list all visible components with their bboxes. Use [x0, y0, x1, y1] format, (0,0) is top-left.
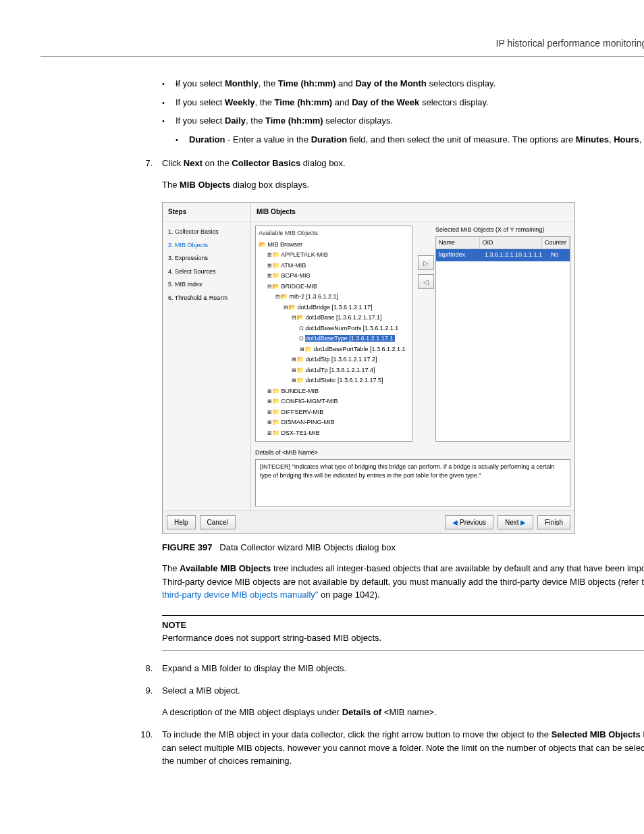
available-mib-tree[interactable]: Available MIB Objects 📂 MIB Browser ⊞📁 A…	[255, 226, 412, 442]
step-8: Expand a MIB folder to display the MIB o…	[155, 662, 644, 675]
expand-icon[interactable]: ⊞	[267, 429, 272, 438]
cancel-button[interactable]: Cancel	[200, 515, 236, 529]
collapse-icon[interactable]: ⊟	[283, 304, 288, 312]
bullet-daily: If you select Daily, the Time (hh:mm) se…	[162, 114, 644, 128]
col-oid: OID	[480, 237, 542, 250]
step-10: To include the MIB object in your data c…	[155, 728, 644, 768]
expand-icon[interactable]: ⊞	[291, 377, 296, 385]
paragraph-available-mib: The Available MIB Objects tree includes …	[162, 562, 644, 602]
folder-open-icon: 📂	[288, 304, 296, 311]
expand-icon[interactable]: ⊞	[267, 262, 272, 270]
bullet-weekly: If you select Weekly, the Time (hh:mm) a…	[162, 96, 644, 109]
expand-icon[interactable]: ⊞	[267, 388, 272, 396]
folder-open-icon: 📂	[280, 293, 288, 300]
selected-mib-table[interactable]: Name OID Counter lapIfIndex 1.3.6.1.2.1.…	[435, 236, 570, 442]
folder-icon: 📁	[296, 367, 304, 373]
folder-icon: 📁	[272, 409, 279, 415]
note-heading: NOTE	[162, 619, 644, 632]
expand-icon[interactable]: ⊞	[267, 251, 272, 259]
page-header: IP historical performance monitoring 35	[41, 27, 644, 57]
leaf-icon: Ω	[299, 325, 304, 332]
folder-icon: 📁	[296, 356, 304, 363]
wizard-step-1[interactable]: 1. Collector Basics	[168, 226, 245, 239]
folder-icon: 📁	[272, 398, 279, 405]
expand-icon[interactable]: ⊞	[267, 419, 272, 427]
col-counter: Counter	[542, 237, 570, 250]
move-right-button[interactable]: ▷	[418, 255, 434, 270]
folder-icon: 📁	[272, 419, 279, 425]
help-button[interactable]: Help	[167, 515, 196, 529]
wizard-step-4[interactable]: 4. Select Sources	[168, 265, 245, 279]
details-panel: [INTEGER] "Indicates what type of bridgi…	[255, 459, 570, 506]
wizard-step-6[interactable]: 6. Threshold & Rearm	[168, 292, 245, 305]
selected-mib-title: Selected MIB Objects (X of Y remaining)	[435, 226, 570, 235]
folder-icon: 📁	[272, 251, 279, 258]
expand-icon[interactable]: ⊞	[291, 356, 296, 364]
collapse-icon[interactable]: ⊟	[267, 283, 272, 291]
note-text: Performance does not support string-base…	[162, 631, 644, 651]
folder-icon: 📁	[272, 429, 279, 436]
expand-icon[interactable]: ⊞	[299, 346, 304, 354]
next-button[interactable]: Next ▶	[498, 515, 533, 529]
expand-icon[interactable]: ⊞	[267, 272, 272, 280]
expand-icon[interactable]: ⊞	[291, 367, 296, 375]
mib-objects-header: MIB Objects	[251, 203, 574, 221]
wizard-step-2[interactable]: 2. MIB Objects	[168, 239, 245, 253]
table-row[interactable]: lapIfIndex 1.3.6.1.2.1.10.1.1.1.1 No	[436, 249, 570, 261]
bullet-duration: Duration - Enter a value in the Duration…	[162, 133, 644, 147]
dialog-screenshot: Steps 1. Collector Basics 2. MIB Objects…	[162, 202, 575, 534]
folder-open-icon: 📂	[259, 241, 266, 248]
collapse-icon[interactable]: ⊟	[291, 314, 296, 322]
previous-button[interactable]: ◀ Previous	[445, 515, 493, 529]
header-title: IP historical performance monitoring	[496, 38, 644, 49]
details-title: Details of <MIB Name>	[255, 448, 570, 458]
folder-open-icon: 📂	[296, 314, 304, 321]
folder-icon: 📁	[304, 346, 312, 353]
folder-icon: 📁	[272, 272, 279, 279]
wizard-step-3[interactable]: 3. Expressions	[168, 252, 245, 265]
leaf-icon: Ω	[299, 335, 304, 342]
move-left-button[interactable]: ◁	[418, 274, 434, 289]
step-7: Click Next on the Collector Basics dialo…	[155, 157, 644, 651]
folder-icon: 📁	[272, 388, 279, 394]
folder-icon: 📁	[296, 377, 304, 384]
collapse-icon[interactable]: ⊟	[275, 293, 280, 301]
expand-icon[interactable]: ⊞	[267, 409, 272, 417]
finish-button[interactable]: Finish	[537, 515, 570, 529]
steps-header: Steps	[163, 203, 250, 221]
expand-icon[interactable]: ⊞	[267, 398, 272, 406]
figure-caption: FIGURE 397 Data Collector wizard MIB Obj…	[162, 541, 644, 554]
bullet-monthly: If you select Monthly, the Time (hh:mm) …	[162, 77, 644, 90]
step-9: Select a MIB object. A description of th…	[155, 684, 644, 719]
folder-icon: 📁	[272, 262, 279, 269]
wizard-step-5[interactable]: 5. MIB Index	[168, 278, 245, 292]
folder-open-icon: 📂	[272, 283, 279, 290]
col-name: Name	[436, 237, 480, 250]
